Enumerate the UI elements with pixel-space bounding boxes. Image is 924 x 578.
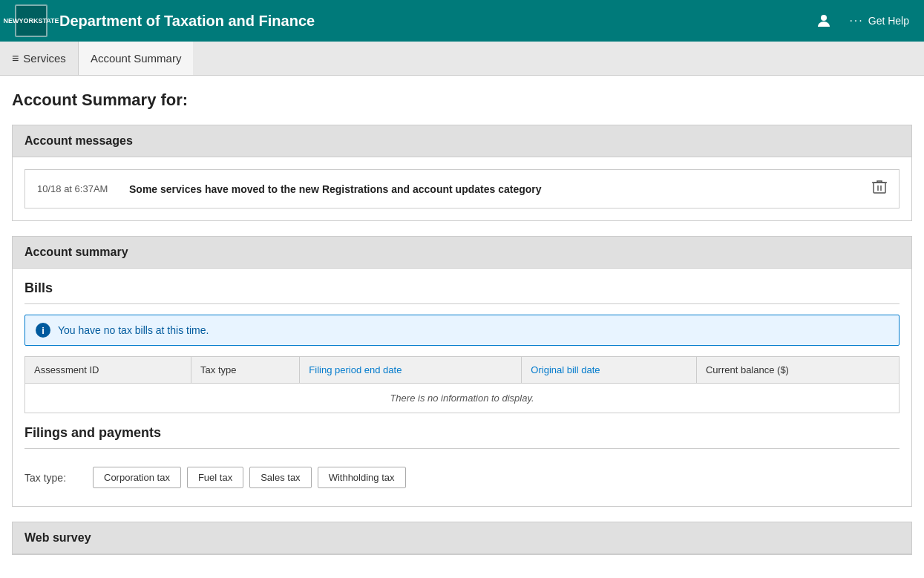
bills-divider (24, 303, 900, 304)
header: NEW YORK STATE Department of Taxation an… (0, 0, 924, 42)
account-messages-section: Account messages 10/18 at 6:37AM Some se… (12, 125, 912, 221)
web-survey-section: Web survey (12, 522, 912, 555)
corporation-tax-btn[interactable]: Corporation tax (93, 467, 181, 488)
tax-type-row: Tax type: Corporation tax Fuel tax Sales… (24, 461, 900, 494)
table-empty-row: There is no information to display. (25, 384, 900, 413)
web-survey-header: Web survey (13, 522, 911, 554)
tax-type-label: Tax type: (24, 472, 84, 484)
breadcrumb-services[interactable]: ≡ Services (0, 42, 78, 75)
bills-title: Bills (24, 280, 900, 296)
account-summary-section: Account summary Bills i You have no tax … (12, 236, 912, 507)
bills-subsection: Bills i You have no tax bills at this ti… (24, 280, 900, 413)
delete-icon[interactable] (872, 179, 887, 199)
svg-rect-1 (874, 183, 885, 193)
get-help-link[interactable]: ··· Get Help (849, 14, 909, 27)
table-header-row: Assessment ID Tax type Filing period end… (25, 357, 900, 384)
main-content: Account Summary for: Account messages 10… (0, 76, 924, 578)
dots-icon: ··· (849, 14, 863, 27)
col-current-balance: Current balance ($) (696, 357, 899, 384)
tax-type-buttons: Corporation tax Fuel tax Sales tax Withh… (93, 467, 406, 488)
filings-title: Filings and payments (24, 425, 900, 441)
no-bills-text: You have no tax bills at this time. (58, 324, 209, 336)
col-tax-type: Tax type (191, 357, 300, 384)
svg-point-0 (821, 15, 827, 21)
breadcrumb-nav: ≡ Services Account Summary (0, 42, 924, 76)
info-icon: i (36, 323, 50, 338)
page-title: Account Summary for: (12, 91, 912, 110)
message-time: 10/18 at 6:37AM (37, 183, 111, 194)
account-summary-header: Account summary (13, 237, 911, 269)
col-filing-period: Filing period end date (300, 357, 522, 384)
user-icon[interactable] (813, 10, 834, 31)
hamburger-icon: ≡ (12, 52, 19, 65)
logo-box: NEW YORK STATE (15, 4, 47, 37)
ny-state-logo: NEW YORK STATE (15, 4, 47, 37)
account-summary-body: Bills i You have no tax bills at this ti… (13, 269, 911, 506)
fuel-tax-btn[interactable]: Fuel tax (187, 467, 243, 488)
withholding-tax-btn[interactable]: Withholding tax (318, 467, 406, 488)
account-messages-body: 10/18 at 6:37AM Some services have moved… (13, 157, 911, 220)
col-assessment-id: Assessment ID (25, 357, 191, 384)
breadcrumb-current: Account Summary (78, 42, 194, 75)
bills-table: Assessment ID Tax type Filing period end… (24, 356, 900, 413)
no-bills-info-box: i You have no tax bills at this time. (24, 315, 900, 346)
message-text: Some services have moved to the new Regi… (129, 183, 542, 195)
bills-table-head: Assessment ID Tax type Filing period end… (25, 357, 900, 384)
message-row: 10/18 at 6:37AM Some services have moved… (24, 169, 900, 208)
header-right: ··· Get Help (813, 10, 909, 31)
col-original-bill-date: Original bill date (522, 357, 697, 384)
bills-table-body: There is no information to display. (25, 384, 900, 413)
filings-payments-subsection: Filings and payments Tax type: Corporati… (24, 425, 900, 494)
services-label: Services (23, 52, 66, 65)
account-messages-header: Account messages (13, 125, 911, 157)
message-left: 10/18 at 6:37AM Some services have moved… (37, 183, 542, 195)
filings-divider (24, 448, 900, 449)
site-title: Department of Taxation and Finance (59, 13, 813, 30)
sales-tax-btn[interactable]: Sales tax (249, 467, 311, 488)
empty-message: There is no information to display. (25, 384, 900, 413)
